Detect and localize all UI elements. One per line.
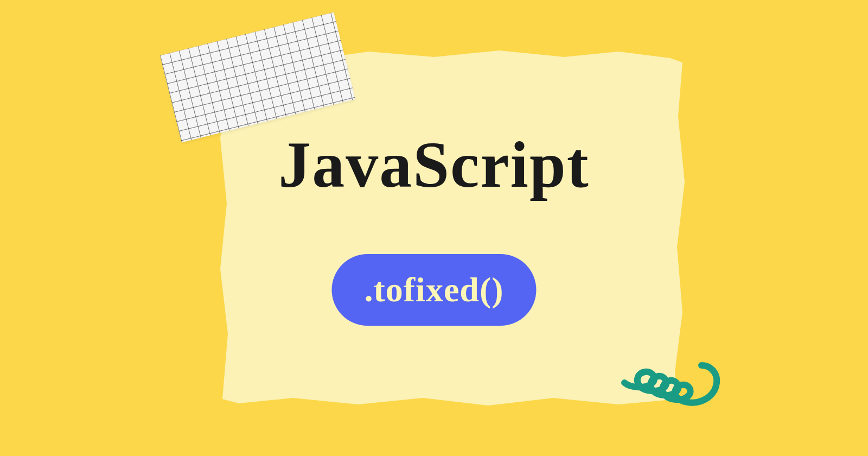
pill-label: .tofixed() bbox=[364, 270, 503, 310]
graphic-title: JavaScript bbox=[0, 128, 868, 202]
graphic-card: JavaScript .tofixed() bbox=[0, 0, 868, 456]
squiggle-doodle-icon bbox=[616, 361, 724, 434]
method-pill: .tofixed() bbox=[331, 254, 536, 326]
title-text: JavaScript bbox=[278, 129, 589, 201]
